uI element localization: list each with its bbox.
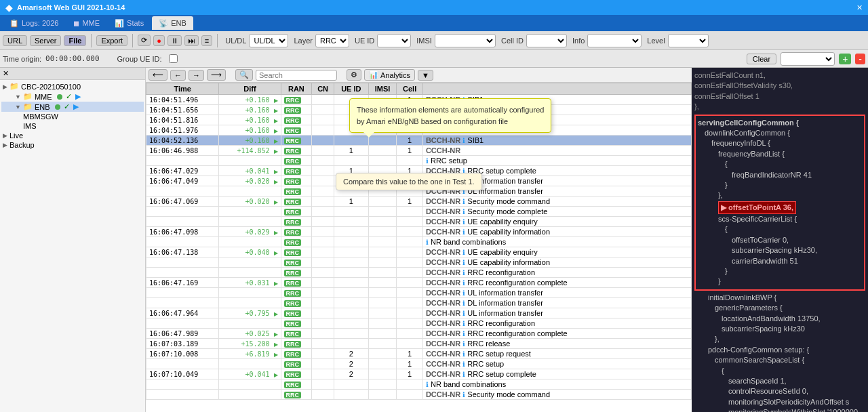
cell-ran: RRC — [281, 207, 312, 217]
table-row[interactable]: RRC DCCH-NR ℹ UE capability information — [146, 258, 692, 268]
mme-folder-icon: 📁 — [23, 92, 33, 101]
table-row[interactable]: 16:06:47.098 +0.029 ▶ RRC DCCH-NR ℹ UE c… — [146, 227, 692, 237]
sidebar-item-mbmsgw[interactable]: MBMSGW — [1, 112, 144, 121]
level-select[interactable] — [668, 34, 709, 47]
sidebar-item-backup[interactable]: ▶ Backup — [1, 140, 144, 150]
file-button[interactable]: File — [64, 35, 86, 46]
table-row[interactable]: 16:07:10.008 +6.819 ▶ RRC 2 1 CCCH-NR ℹ … — [146, 349, 692, 359]
cell-imsi — [368, 329, 397, 339]
cell-time — [146, 186, 219, 197]
sidebar-item-enb[interactable]: ▼ 📁 ENB ✓ ▶ — [1, 102, 144, 112]
nav-last[interactable]: ⟶ — [207, 69, 226, 81]
rrc-badge: RRC — [284, 107, 302, 114]
extra-btn[interactable]: ▼ — [418, 70, 433, 81]
rrc-badge: RRC — [284, 260, 302, 266]
icon-btn-3[interactable]: ⏸ — [167, 35, 182, 46]
sidebar-item-live[interactable]: ▶ Live — [1, 131, 144, 140]
cell-ue-id: 2 — [334, 369, 369, 379]
cell-diff: +0.031 ▶ — [219, 278, 281, 288]
table-row[interactable]: RRC DCCH-NR ℹ Security mode complete — [146, 207, 692, 217]
sidebar-item-mme[interactable]: ▼ 📁 MME ✓ ▶ — [1, 91, 144, 102]
msg-icon: ℹ — [462, 279, 465, 287]
cell-imsi — [368, 349, 397, 359]
cell-ue-id — [334, 278, 369, 288]
server-button[interactable]: Server — [30, 35, 61, 46]
imsi-select[interactable] — [435, 34, 496, 47]
code-panel[interactable]: connEstFallCount n1,connEstFallOffsetVal… — [692, 68, 868, 412]
table-row[interactable]: 16:06:47.069 +0.020 ▶ RRC 1 1 DCCH-NR ℹ … — [146, 197, 692, 207]
close-icon[interactable]: ✕ — [856, 3, 863, 12]
table-row[interactable]: RRC DCCH-NR ℹ UL information transfer — [146, 288, 692, 298]
cell-ue-id: 2 — [334, 349, 369, 359]
cell-cn — [312, 136, 334, 146]
tab-mme[interactable]: ◼ MME — [66, 16, 106, 30]
nav-first[interactable]: ⟵ — [149, 69, 167, 81]
analytics-button[interactable]: 📊 Analytics — [364, 69, 415, 81]
tab-enb[interactable]: 📡 ENB — [152, 16, 193, 30]
tree-arrow-enb: ▼ — [15, 104, 21, 110]
icon-btn-1[interactable]: ⟳ — [138, 35, 151, 46]
msg-detail: Security mode command — [467, 197, 550, 205]
live-label: Live — [9, 131, 23, 140]
filter-select[interactable] — [781, 52, 835, 66]
nav-search-icon[interactable]: 🔍 — [235, 69, 253, 81]
rrc-badge: RRC — [284, 188, 302, 195]
search-input[interactable] — [256, 70, 337, 81]
table-row[interactable]: RRC DCCH-NR ℹ DL information transfer — [146, 298, 692, 308]
table-row[interactable]: RRC DCCH-NR ℹ RRC reconfiguration — [146, 318, 692, 329]
cell-msg: DCCH-NR ℹ UE capability enquiry — [422, 247, 691, 258]
tab-stats[interactable]: 📊 Stats — [108, 16, 151, 30]
table-row[interactable]: RRC ℹ NR band combinations — [146, 237, 692, 247]
cell-msg: DCCH-NR ℹ UL information transfer — [422, 308, 691, 318]
tab-logs[interactable]: 📋 Logs: 2026 — [3, 16, 65, 30]
cell-imsi — [368, 217, 397, 227]
col-ue-id: UE ID — [334, 83, 369, 95]
sidebar-item-ims[interactable]: IMS — [1, 121, 144, 131]
cell-id-select[interactable] — [526, 34, 567, 47]
remove-filter-button[interactable]: - — [855, 54, 865, 64]
cell-ue-id — [334, 339, 369, 349]
icon-btn-4[interactable]: ⏭ — [184, 35, 199, 46]
table-row[interactable]: 16:06:47.138 +0.040 ▶ RRC DCCH-NR ℹ UE c… — [146, 247, 692, 258]
group-ue-checkbox[interactable] — [169, 54, 178, 63]
table-row[interactable]: 16:06:47.169 +0.031 ▶ RRC DCCH-NR ℹ RRC … — [146, 278, 692, 288]
enb-play-icon[interactable]: ▶ — [73, 102, 79, 111]
table-row[interactable]: 16:06:47.989 +0.025 ▶ RRC DCCH-NR ℹ RRC … — [146, 329, 692, 339]
cell-time — [146, 318, 219, 329]
table-row[interactable]: RRC DCCH-NR ℹ UE capability enquiry — [146, 217, 692, 227]
info-select[interactable] — [587, 34, 642, 47]
filter-icon-btn[interactable]: ⚙ — [347, 69, 361, 81]
cell-diff: +0.041 ▶ — [219, 166, 281, 176]
export-button[interactable]: Export — [96, 35, 127, 46]
icon-btn-5[interactable]: ≡ — [201, 35, 212, 46]
enb-status-dot — [55, 104, 60, 110]
icon-btn-2[interactable]: ● — [153, 35, 165, 46]
table-row[interactable]: RRC DCCH-NR ℹ RRC reconfiguration — [146, 268, 692, 278]
code-brace1: { — [725, 159, 862, 169]
table-row[interactable]: RRC 2 1 CCCH-NR ℹ RRC setup — [146, 359, 692, 369]
nav-prev[interactable]: ← — [170, 70, 186, 81]
collapse-icon[interactable]: ✕ — [3, 69, 9, 78]
table-row[interactable]: 16:06:46.988 +114.852 ▶ RRC 1 1 CCCH-NR — [146, 146, 692, 156]
cell-cn — [312, 156, 334, 166]
nav-next[interactable]: → — [189, 70, 204, 81]
cell-cell — [397, 339, 423, 349]
layer-select[interactable]: RRC — [315, 34, 349, 47]
table-row[interactable]: RRC ℹ RRC setup — [146, 156, 692, 166]
table-row[interactable]: 16:04:52.136 +0.160 ▶ RRC 1 BCCH-NR ℹ SI… — [146, 136, 692, 146]
table-row[interactable]: 16:07:03.189 +15.200 ▶ RRC DCCH-NR ℹ RRC… — [146, 339, 692, 349]
cell-diff — [219, 298, 281, 308]
table-row[interactable]: 16:07:10.049 +0.041 ▶ RRC 2 1 DCCH-NR ℹ … — [146, 369, 692, 379]
clear-button[interactable]: Clear — [747, 54, 776, 64]
cell-ran: RRC — [281, 115, 312, 125]
mbmsgw-label: MBMSGW — [23, 112, 58, 121]
add-filter-button[interactable]: + — [839, 54, 851, 64]
table-row[interactable]: RRC DCCH-NR ℹ Security mode command — [146, 390, 692, 400]
table-row[interactable]: 16:06:47.964 +0.795 ▶ RRC DCCH-NR ℹ UL i… — [146, 308, 692, 318]
sidebar-root[interactable]: ▶ 📁 CBC-2021050100 — [1, 81, 144, 91]
ue-id-select[interactable] — [377, 34, 411, 47]
url-button[interactable]: URL — [3, 35, 27, 46]
table-row[interactable]: RRC ℹ NR band combinations — [146, 379, 692, 390]
mme-play-icon[interactable]: ▶ — [75, 92, 81, 101]
mode-select[interactable]: UL/DL — [249, 34, 288, 47]
